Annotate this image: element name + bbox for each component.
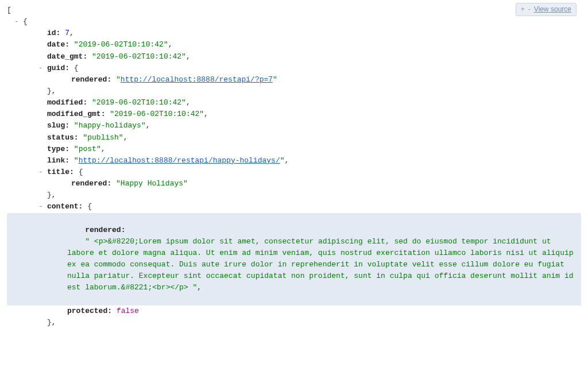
collapse-toggle[interactable]: - [14,16,19,28]
json-row-slug: slug: "happy-holidays", [7,120,581,131]
collapse-toggle[interactable]: - [38,63,43,74]
collapse-toggle[interactable]: - [38,167,43,178]
post-link[interactable]: http://localhost:8888/restapi/happy-holi… [79,156,280,165]
json-row-modified-gmt: modified_gmt: "2019-06-02T10:10:42", [7,109,581,120]
json-row-type: type: "post", [7,144,581,155]
json-row-title: - title: { [7,167,581,178]
json-viewer-toolbar: + - View source [516,3,577,16]
collapse-toggle[interactable]: - [38,201,43,212]
collapse-all-button[interactable]: - [528,4,531,15]
json-close-brace: }, [7,189,581,201]
json-row-title-rendered: rendered: "Happy Holidays" [7,178,581,189]
expand-all-button[interactable]: + [521,4,525,15]
view-source-link[interactable]: View source [534,4,571,15]
json-row-content-rendered: rendered: " <p>&#8220;Lorem ipsum dolor … [7,213,578,305]
json-row-guid: - guid: { [7,63,581,74]
json-row-content-rendered-highlight: rendered: " <p>&#8220;Lorem ipsum dolor … [7,213,581,305]
guid-link[interactable]: http://localhost:8888/restapi/?p=7 [121,75,273,84]
json-row-content: - content: { [7,201,581,212]
json-row-date: date: "2019-06-02T10:10:42", [7,39,581,51]
json-row-modified: modified: "2019-06-02T10:10:42", [7,97,581,109]
json-close-brace: }, [7,86,581,97]
json-row-protected: protected: false [7,305,581,317]
json-close-brace: }, [7,317,581,328]
json-row-link: link: "http://localhost:8888/restapi/hap… [7,155,581,167]
json-row-status: status: "publish", [7,132,581,144]
json-array-open: [ [7,5,581,16]
json-row-date-gmt: date_gmt: "2019-06-02T10:10:42", [7,51,581,63]
json-object-open: - { [7,16,581,28]
json-row-guid-rendered: rendered: "http://localhost:8888/restapi… [7,74,581,86]
json-row-id: id: 7, [7,28,581,39]
